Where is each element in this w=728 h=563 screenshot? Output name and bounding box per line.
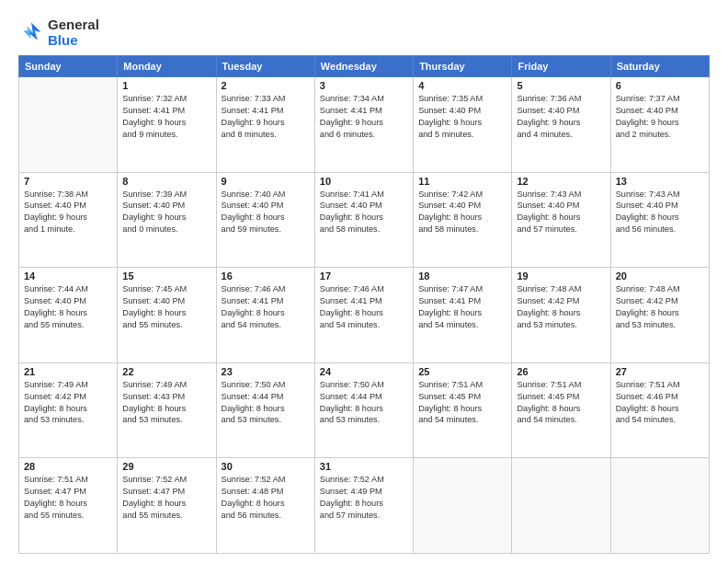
day-cell: 28Sunrise: 7:51 AMSunset: 4:47 PMDayligh… (19, 458, 118, 554)
day-number: 30 (222, 461, 310, 472)
page: General Blue SundayMondayTuesdayWednesda… (0, 0, 728, 563)
day-info: Sunrise: 7:52 AMSunset: 4:47 PMDaylight:… (122, 474, 210, 522)
day-number: 20 (616, 270, 704, 282)
day-number: 12 (517, 176, 605, 187)
day-number: 10 (320, 176, 408, 187)
day-number: 16 (222, 270, 310, 282)
day-cell: 19Sunrise: 7:48 AMSunset: 4:42 PMDayligh… (512, 268, 610, 363)
header-row: SundayMondayTuesdayWednesdayThursdayFrid… (19, 56, 710, 77)
day-number: 17 (320, 270, 408, 282)
day-info: Sunrise: 7:50 AMSunset: 4:44 PMDaylight:… (320, 379, 408, 427)
day-cell: 27Sunrise: 7:51 AMSunset: 4:46 PMDayligh… (610, 362, 709, 458)
calendar-table: SundayMondayTuesdayWednesdayThursdayFrid… (18, 55, 710, 554)
header-day-wednesday: Wednesday (314, 56, 413, 77)
day-info: Sunrise: 7:37 AMSunset: 4:40 PMDaylight:… (616, 93, 704, 141)
day-cell: 20Sunrise: 7:48 AMSunset: 4:42 PMDayligh… (610, 268, 709, 363)
day-number: 6 (616, 80, 704, 91)
day-cell: 10Sunrise: 7:41 AMSunset: 4:40 PMDayligh… (314, 172, 413, 268)
day-number: 15 (122, 270, 210, 282)
day-cell: 31Sunrise: 7:52 AMSunset: 4:49 PMDayligh… (314, 458, 413, 554)
week-row-0: 1Sunrise: 7:32 AMSunset: 4:41 PMDaylight… (19, 77, 710, 173)
day-info: Sunrise: 7:34 AMSunset: 4:41 PMDaylight:… (320, 93, 408, 141)
header-day-monday: Monday (118, 56, 216, 77)
day-number: 8 (122, 176, 210, 187)
day-info: Sunrise: 7:51 AMSunset: 4:46 PMDaylight:… (616, 379, 704, 427)
day-info: Sunrise: 7:45 AMSunset: 4:40 PMDaylight:… (122, 283, 210, 331)
day-cell: 7Sunrise: 7:38 AMSunset: 4:40 PMDaylight… (19, 172, 118, 268)
day-cell: 16Sunrise: 7:46 AMSunset: 4:41 PMDayligh… (216, 268, 314, 363)
day-cell: 6Sunrise: 7:37 AMSunset: 4:40 PMDaylight… (610, 77, 709, 173)
day-info: Sunrise: 7:51 AMSunset: 4:47 PMDaylight:… (24, 474, 112, 522)
day-info: Sunrise: 7:39 AMSunset: 4:40 PMDaylight:… (122, 189, 210, 236)
header: General Blue (18, 17, 710, 48)
day-cell: 24Sunrise: 7:50 AMSunset: 4:44 PMDayligh… (314, 362, 413, 458)
day-number: 3 (320, 80, 408, 91)
day-info: Sunrise: 7:52 AMSunset: 4:49 PMDaylight:… (320, 474, 408, 522)
day-number: 29 (122, 461, 210, 472)
day-number: 5 (517, 80, 605, 91)
day-number: 22 (122, 366, 210, 377)
day-number: 25 (418, 366, 506, 377)
week-row-3: 21Sunrise: 7:49 AMSunset: 4:42 PMDayligh… (19, 362, 710, 458)
day-cell: 17Sunrise: 7:46 AMSunset: 4:41 PMDayligh… (314, 268, 413, 363)
day-info: Sunrise: 7:42 AMSunset: 4:40 PMDaylight:… (418, 189, 506, 236)
day-number: 4 (418, 80, 506, 91)
day-info: Sunrise: 7:41 AMSunset: 4:40 PMDaylight:… (320, 189, 408, 236)
day-info: Sunrise: 7:36 AMSunset: 4:40 PMDaylight:… (517, 93, 605, 141)
day-cell: 13Sunrise: 7:43 AMSunset: 4:40 PMDayligh… (610, 172, 709, 268)
day-info: Sunrise: 7:43 AMSunset: 4:40 PMDaylight:… (517, 189, 605, 236)
day-cell: 25Sunrise: 7:51 AMSunset: 4:45 PMDayligh… (414, 362, 512, 458)
day-cell (610, 458, 709, 554)
day-info: Sunrise: 7:40 AMSunset: 4:40 PMDaylight:… (222, 189, 310, 236)
week-row-4: 28Sunrise: 7:51 AMSunset: 4:47 PMDayligh… (19, 458, 710, 554)
day-info: Sunrise: 7:46 AMSunset: 4:41 PMDaylight:… (320, 283, 408, 331)
day-cell: 12Sunrise: 7:43 AMSunset: 4:40 PMDayligh… (512, 172, 610, 268)
logo: General Blue (18, 17, 99, 48)
day-number: 23 (222, 366, 310, 377)
day-info: Sunrise: 7:35 AMSunset: 4:40 PMDaylight:… (418, 93, 506, 141)
day-number: 2 (222, 80, 310, 91)
day-cell: 8Sunrise: 7:39 AMSunset: 4:40 PMDaylight… (118, 172, 216, 268)
day-number: 21 (24, 366, 112, 377)
day-info: Sunrise: 7:33 AMSunset: 4:41 PMDaylight:… (222, 93, 310, 141)
day-number: 9 (222, 176, 310, 187)
day-info: Sunrise: 7:44 AMSunset: 4:40 PMDaylight:… (24, 283, 112, 331)
day-cell: 5Sunrise: 7:36 AMSunset: 4:40 PMDaylight… (512, 77, 610, 173)
header-day-saturday: Saturday (610, 56, 709, 77)
day-info: Sunrise: 7:32 AMSunset: 4:41 PMDaylight:… (122, 93, 210, 141)
day-number: 27 (616, 366, 704, 377)
header-day-thursday: Thursday (414, 56, 512, 77)
day-number: 28 (24, 461, 112, 472)
day-cell: 3Sunrise: 7:34 AMSunset: 4:41 PMDaylight… (314, 77, 413, 173)
day-info: Sunrise: 7:43 AMSunset: 4:40 PMDaylight:… (616, 189, 704, 236)
logo-icon (18, 19, 44, 45)
calendar-body: 1Sunrise: 7:32 AMSunset: 4:41 PMDaylight… (19, 77, 710, 554)
day-info: Sunrise: 7:51 AMSunset: 4:45 PMDaylight:… (517, 379, 605, 427)
day-number: 31 (320, 461, 408, 472)
day-cell: 14Sunrise: 7:44 AMSunset: 4:40 PMDayligh… (19, 268, 118, 363)
day-cell: 2Sunrise: 7:33 AMSunset: 4:41 PMDaylight… (216, 77, 314, 173)
day-cell: 21Sunrise: 7:49 AMSunset: 4:42 PMDayligh… (19, 362, 118, 458)
day-info: Sunrise: 7:49 AMSunset: 4:43 PMDaylight:… (122, 379, 210, 427)
day-cell: 4Sunrise: 7:35 AMSunset: 4:40 PMDaylight… (414, 77, 512, 173)
calendar-header: SundayMondayTuesdayWednesdayThursdayFrid… (19, 56, 710, 77)
day-cell: 23Sunrise: 7:50 AMSunset: 4:44 PMDayligh… (216, 362, 314, 458)
day-cell: 22Sunrise: 7:49 AMSunset: 4:43 PMDayligh… (118, 362, 216, 458)
day-number: 26 (517, 366, 605, 377)
header-day-tuesday: Tuesday (216, 56, 314, 77)
day-cell: 15Sunrise: 7:45 AMSunset: 4:40 PMDayligh… (118, 268, 216, 363)
day-info: Sunrise: 7:47 AMSunset: 4:41 PMDaylight:… (418, 283, 506, 331)
day-info: Sunrise: 7:51 AMSunset: 4:45 PMDaylight:… (418, 379, 506, 427)
day-info: Sunrise: 7:49 AMSunset: 4:42 PMDaylight:… (24, 379, 112, 427)
day-cell: 9Sunrise: 7:40 AMSunset: 4:40 PMDaylight… (216, 172, 314, 268)
day-number: 13 (616, 176, 704, 187)
day-cell: 26Sunrise: 7:51 AMSunset: 4:45 PMDayligh… (512, 362, 610, 458)
day-cell (19, 77, 118, 173)
day-number: 7 (24, 176, 112, 187)
day-cell: 29Sunrise: 7:52 AMSunset: 4:47 PMDayligh… (118, 458, 216, 554)
day-cell: 1Sunrise: 7:32 AMSunset: 4:41 PMDaylight… (118, 77, 216, 173)
day-number: 14 (24, 270, 112, 282)
day-info: Sunrise: 7:52 AMSunset: 4:48 PMDaylight:… (222, 474, 310, 522)
day-number: 18 (418, 270, 506, 282)
day-info: Sunrise: 7:50 AMSunset: 4:44 PMDaylight:… (222, 379, 310, 427)
